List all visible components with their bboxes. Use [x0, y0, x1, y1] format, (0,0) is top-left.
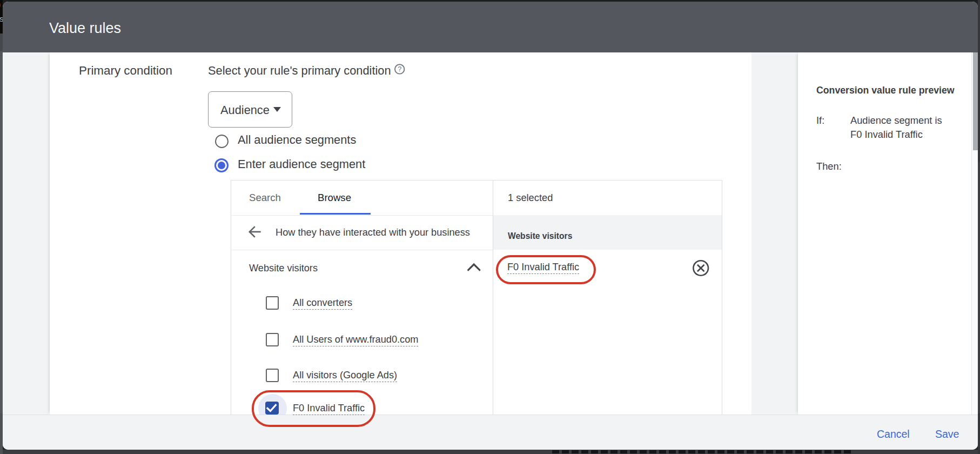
svg-text:?: ? — [398, 65, 401, 73]
